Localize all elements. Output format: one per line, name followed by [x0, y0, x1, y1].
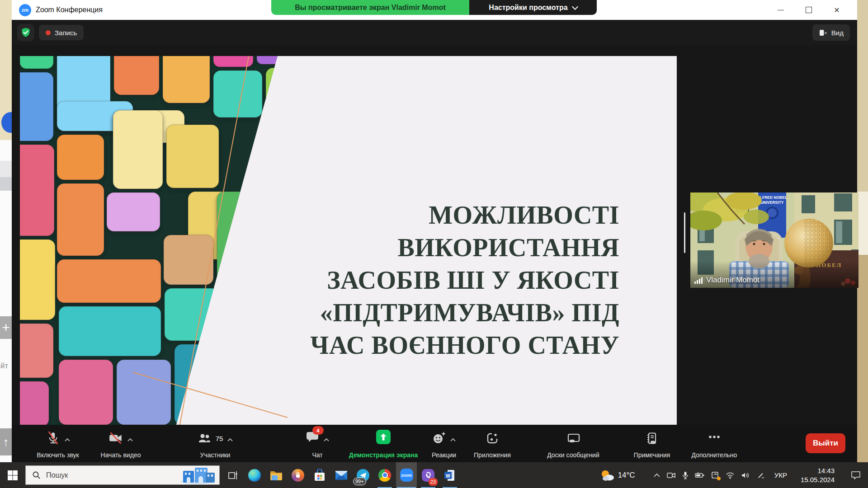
background-plus-button[interactable]: +: [0, 316, 12, 339]
tray-expand-button[interactable]: [653, 472, 660, 479]
notes-icon: [645, 432, 659, 445]
taskbar-app-word[interactable]: W: [439, 462, 460, 488]
maximize-icon: [806, 7, 812, 13]
slide-title-line: «ПІДТРИМУВАЧІВ» ПІД: [310, 296, 619, 329]
camera-off-icon: [108, 431, 123, 445]
chevron-up-icon[interactable]: [450, 438, 456, 441]
view-settings-dropdown[interactable]: Настройки просмотра: [469, 0, 597, 15]
taskbar-app-store[interactable]: [309, 462, 330, 488]
banner-text-2: UNIVERSITY: [760, 200, 783, 205]
notes-label: Примечания: [634, 451, 670, 459]
tray-battery-icon[interactable]: [695, 472, 705, 479]
action-center-button[interactable]: [851, 471, 861, 480]
tray-microphone-icon[interactable]: [682, 471, 689, 479]
language-indicator[interactable]: УКР: [774, 471, 787, 479]
reactions-button[interactable]: Реакции: [422, 429, 466, 459]
apps-button[interactable]: Приложения: [467, 429, 517, 459]
taskbar-app-telegram[interactable]: 99+: [353, 462, 373, 488]
whiteboards-label: Доски сообщений: [547, 451, 599, 459]
taskbar-tray: 14°C: [601, 466, 868, 484]
tray-volume-icon[interactable]: [741, 472, 750, 479]
zoom-logo-icon: zm: [19, 4, 31, 16]
chrome-icon: [378, 469, 391, 482]
start-button[interactable]: [0, 462, 25, 488]
taskbar-app-secure-browser[interactable]: [288, 462, 308, 488]
view-button[interactable]: Вид: [812, 24, 850, 41]
participants-button[interactable]: 75 Участники: [184, 429, 246, 459]
participant-video-tile[interactable]: ALFRED NOBEL UNIVERSITY ЕДА НОБЕЛ: [690, 192, 859, 288]
taskbar-app-explorer[interactable]: [266, 462, 287, 488]
minimize-button[interactable]: [767, 0, 795, 20]
tray-pen-icon[interactable]: [756, 471, 764, 479]
weather-widget[interactable]: 14°C: [601, 469, 635, 481]
start-video-button[interactable]: Начать видео: [92, 429, 149, 459]
slide-title-line: ЗАСОБІВ ШІ У ЯКОСТІ: [310, 264, 619, 296]
chevron-up-icon[interactable]: [127, 438, 133, 441]
meeting-security-button[interactable]: [17, 24, 34, 41]
view-label: Вид: [831, 29, 844, 37]
notes-button[interactable]: Примечания: [625, 429, 679, 459]
taskbar-app-edge[interactable]: [244, 462, 265, 488]
more-label: Дополнительно: [692, 451, 737, 459]
tray-camera-icon[interactable]: [667, 472, 676, 479]
tray-wifi-icon[interactable]: [726, 472, 735, 479]
window-title: Zoom Конференция: [36, 6, 103, 14]
chevron-up-icon[interactable]: [227, 438, 233, 441]
recording-indicator[interactable]: Запись: [39, 25, 84, 40]
weather-temp: 14°C: [618, 471, 635, 480]
apps-icon: [486, 432, 499, 445]
shared-screen-slide: МОЖЛИВОСТІ ВИКОРИСТАННЯ ЗАСОБІВ ШІ У ЯКО…: [20, 56, 677, 425]
share-screen-button[interactable]: Демонстрация экрана: [343, 429, 424, 459]
more-button[interactable]: Дополнительно: [684, 429, 744, 459]
background-scroll-top-button[interactable]: ↑: [0, 428, 12, 455]
background-window-right-strip: [857, 0, 868, 462]
taskbar-app-mail[interactable]: [331, 462, 352, 488]
apps-label: Приложения: [474, 451, 511, 459]
taskbar-search-box[interactable]: Пошук: [25, 465, 220, 485]
weather-icon: [601, 469, 614, 481]
unmute-label: Включить звук: [37, 451, 79, 459]
panel-resize-handle[interactable]: [684, 212, 685, 253]
search-highlight-buildings-icon: [175, 466, 218, 484]
chat-button[interactable]: 4 Чат: [297, 429, 338, 459]
chevron-up-icon[interactable]: [65, 438, 70, 441]
reactions-label: Реакции: [432, 451, 456, 459]
chevron-down-icon: [572, 3, 578, 9]
task-view-button[interactable]: [222, 462, 243, 488]
participants-label: Участники: [200, 451, 231, 459]
unmute-button[interactable]: Включить звук: [28, 429, 88, 459]
reactions-smiley-icon: [432, 432, 446, 445]
taskbar-clock[interactable]: 14:43 15.05.2024: [801, 466, 835, 484]
chat-unread-badge: 4: [312, 426, 324, 435]
mail-icon: [335, 470, 348, 481]
tray-sync-icon[interactable]: [711, 471, 719, 479]
clock-time: 14:43: [801, 466, 835, 475]
viewing-screen-banner-text: Вы просматриваете экран Vladimir Momot: [295, 4, 446, 12]
background-text-fragment: йт: [0, 361, 8, 371]
background-row: [0, 177, 12, 191]
maximize-button[interactable]: [795, 0, 823, 20]
meeting-toolbar: Включить звук Начать видео: [12, 425, 857, 462]
taskbar-app-zoom[interactable]: zoom: [396, 462, 417, 488]
participants-icon: [198, 432, 211, 445]
whiteboards-button[interactable]: Доски сообщений: [537, 429, 609, 459]
slide-title-line: МОЖЛИВОСТІ: [310, 199, 619, 231]
more-dots-icon: [707, 430, 722, 444]
close-icon: ✕: [834, 6, 840, 14]
zoom-meeting-window: + йт ↑ zm Zoom Конференция ✕ Вы просматр…: [0, 0, 868, 488]
viber-badge: 23: [429, 478, 438, 486]
close-button[interactable]: ✕: [823, 0, 851, 20]
clock-date: 15.05.2024: [801, 475, 835, 484]
banner-text-1: ALFRED NOBEL: [757, 195, 788, 200]
slide-title-line: ВИКОРИСТАННЯ: [310, 231, 619, 264]
whiteboard-icon: [566, 432, 580, 445]
taskbar-app-chrome[interactable]: [374, 462, 395, 488]
taskbar-app-viber[interactable]: 23: [418, 462, 439, 488]
share-screen-icon: [376, 430, 391, 444]
windows-logo-icon: [7, 470, 18, 481]
zoom-app-icon: zoom: [400, 469, 413, 482]
word-letter: W: [446, 473, 451, 478]
leave-meeting-button[interactable]: Выйти: [806, 433, 845, 453]
viewing-screen-banner: Вы просматриваете экран Vladimir Momot: [271, 0, 469, 15]
chevron-up-icon[interactable]: [324, 438, 329, 441]
